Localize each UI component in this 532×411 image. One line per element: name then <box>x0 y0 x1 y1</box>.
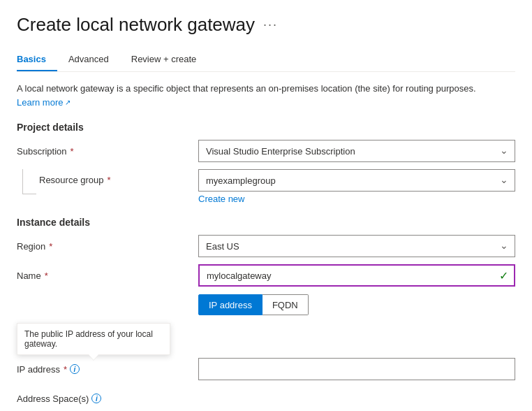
tab-bar: Basics Advanced Review + create <box>17 48 515 72</box>
address-space-info-icon[interactable]: i <box>91 394 101 403</box>
region-control: East US <box>198 235 515 257</box>
region-row: Region * East US <box>17 235 515 257</box>
region-label: Region * <box>17 241 198 252</box>
page-title: Create local network gateway <box>17 14 255 36</box>
name-label: Name * <box>17 271 198 281</box>
external-link-icon: ↗ <box>65 97 71 108</box>
subscription-label: Subscription * <box>17 146 198 157</box>
resource-group-select[interactable]: myexamplegroup <box>198 169 515 192</box>
tab-basics[interactable]: Basics <box>17 48 57 71</box>
resource-group-select-wrapper: myexamplegroup <box>198 169 515 192</box>
endpoint-toggle-row: IP address FQDN <box>17 294 515 316</box>
learn-more-link[interactable]: Learn more ↗ <box>17 96 71 110</box>
region-select[interactable]: East US <box>198 235 515 257</box>
resource-group-label: Resource group * <box>39 169 111 185</box>
connector-line <box>22 169 36 194</box>
page-description: A local network gateway is a specific ob… <box>17 82 505 109</box>
resource-group-row: Resource group * myexamplegroup Create n… <box>17 169 515 204</box>
subscription-row: Subscription * Visual Studio Enterprise … <box>17 140 515 162</box>
name-input[interactable] <box>198 264 515 287</box>
endpoint-toggle-group: IP address FQDN <box>198 294 515 315</box>
ip-info-icon[interactable]: i <box>70 364 80 374</box>
address-space-label: Address Space(s) i <box>17 394 198 404</box>
resource-group-control: myexamplegroup Create new <box>198 169 515 204</box>
fqdn-toggle[interactable]: FQDN <box>263 294 309 315</box>
subscription-select[interactable]: Visual Studio Enterprise Subscription <box>198 140 515 162</box>
subscription-control: Visual Studio Enterprise Subscription <box>198 140 515 162</box>
region-required: * <box>49 241 52 252</box>
tab-advanced[interactable]: Advanced <box>57 48 120 71</box>
tooltip-area: The public IP address of your local gate… <box>17 323 515 356</box>
resource-group-required: * <box>108 175 111 185</box>
ip-address-label: IP address * i <box>17 364 198 375</box>
subscription-select-wrapper: Visual Studio Enterprise Subscription <box>198 140 515 162</box>
address-space-row: Address Space(s) i <box>17 387 515 410</box>
options-ellipsis[interactable]: ··· <box>263 17 278 32</box>
tab-review-create[interactable]: Review + create <box>120 48 208 71</box>
name-control: ✓ <box>198 264 515 287</box>
check-icon: ✓ <box>499 269 508 282</box>
resource-group-indent: Resource group * <box>17 169 198 194</box>
name-input-wrapper: ✓ <box>198 264 515 287</box>
region-select-wrapper: East US <box>198 235 515 257</box>
project-details-heading: Project details <box>17 122 515 133</box>
tooltip-popup: The public IP address of your local gate… <box>17 323 170 355</box>
ip-address-row: IP address * i <box>17 358 515 380</box>
page-header: Create local network gateway ··· <box>17 14 515 36</box>
name-row: Name * ✓ <box>17 264 515 287</box>
ip-address-toggle[interactable]: IP address <box>198 294 263 315</box>
endpoint-toggle-control: IP address FQDN <box>198 294 515 315</box>
subscription-required: * <box>71 146 74 157</box>
ip-address-input[interactable] <box>198 358 515 380</box>
ip-required: * <box>64 364 67 375</box>
ip-address-control <box>198 358 515 380</box>
create-new-link[interactable]: Create new <box>198 194 244 204</box>
ip-address-section: The public IP address of your local gate… <box>17 323 515 380</box>
instance-details-heading: Instance details <box>17 217 515 228</box>
name-required: * <box>45 271 48 281</box>
